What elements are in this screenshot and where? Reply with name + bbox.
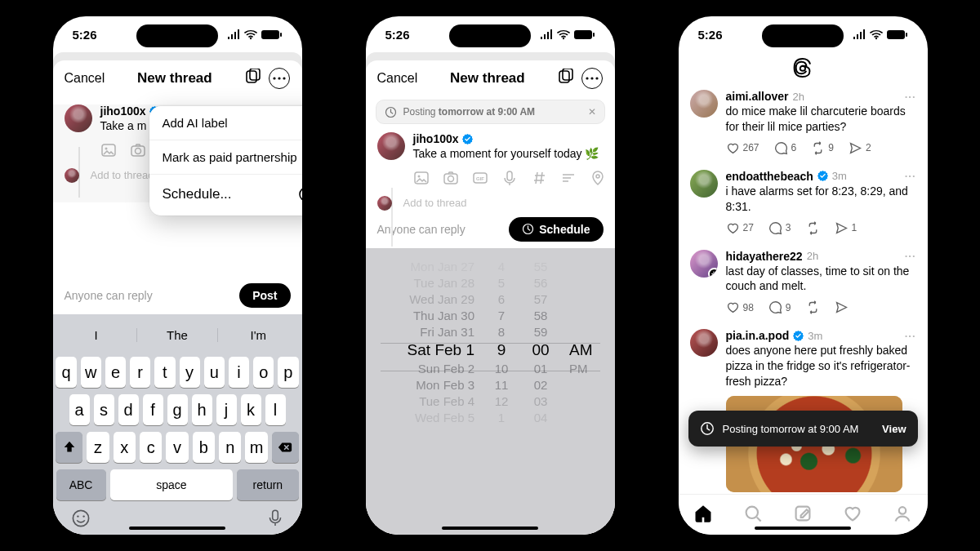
menu-schedule[interactable]: Schedule... [149,175,302,216]
menu-paid-partnership[interactable]: Mark as paid partnership [149,140,302,175]
reply-button[interactable]: 3 [768,221,791,235]
schedule-button[interactable]: Schedule [509,217,603,242]
tab-profile[interactable] [893,504,912,527]
avatar[interactable] [690,90,718,118]
location-icon[interactable] [590,170,606,186]
repost-button[interactable] [806,300,820,314]
cancel-button[interactable]: Cancel [65,71,105,86]
cancel-button[interactable]: Cancel [377,71,418,86]
datetime-picker[interactable]: Mon Jan 27455Tue Jan 28556Wed Jan 29657T… [366,248,615,535]
picker-row[interactable]: Sat Feb 1900AM [366,341,615,359]
avatar[interactable] [690,170,718,198]
key-j[interactable]: j [216,394,237,425]
repost-button[interactable] [806,221,820,235]
like-button[interactable]: 27 [726,221,754,235]
key-d[interactable]: d [118,394,139,425]
picker-row[interactable]: Fri Jan 31859 [366,325,615,339]
key-g[interactable]: g [167,394,188,425]
shift-key[interactable] [56,432,82,463]
toast-view-button[interactable]: View [882,423,906,435]
post-more-button[interactable]: ··· [905,250,916,262]
keyboard-predictions[interactable]: ITheI'm [56,319,299,350]
avatar[interactable] [690,329,718,357]
feed[interactable]: aimi.allover2h··· do mice make lil charc… [679,82,928,494]
avatar[interactable]: + [690,250,718,278]
composer-text[interactable]: Take a moment for yourself today 🌿 [413,146,606,162]
like-button[interactable]: 267 [726,141,760,155]
picker-row[interactable]: Sun Feb 21001PM [366,362,615,375]
key-a[interactable]: a [69,394,90,425]
hashtag-icon[interactable] [531,170,547,186]
key-s[interactable]: s [94,394,114,425]
reply-button[interactable]: 6 [774,141,797,155]
key-o[interactable]: o [253,357,274,388]
like-button[interactable]: 98 [726,300,754,314]
key-q[interactable]: q [56,357,76,388]
key-l[interactable]: l [265,394,286,425]
key-e[interactable]: e [105,357,126,388]
reply-scope[interactable]: Anyone can reply [65,289,153,302]
picker-row[interactable]: Mon Jan 27455 [366,260,615,273]
key-m[interactable]: m [245,432,267,463]
drafts-icon[interactable] [557,69,573,88]
post-button[interactable]: Post [239,283,290,308]
key-i[interactable]: i [229,357,249,388]
follow-plus-icon[interactable]: + [708,268,718,278]
tab-activity[interactable] [843,504,862,527]
key-z[interactable]: z [87,432,109,463]
post-username[interactable]: aimi.allover [726,90,789,103]
emoji-key-icon[interactable] [71,509,91,528]
picker-row[interactable]: Mon Feb 31102 [366,378,615,392]
post-more-button[interactable]: ··· [905,330,916,342]
key-u[interactable]: u [204,357,225,388]
camera-icon[interactable] [130,142,146,158]
tab-search[interactable] [743,504,763,527]
key-b[interactable]: b [193,432,215,463]
picker-row[interactable]: Thu Jan 30758 [366,309,615,322]
schedule-toast[interactable]: Posting tomorrow at 9:00 AM View [688,411,918,447]
mic-icon[interactable] [501,170,518,186]
abc-key[interactable]: ABC [56,469,106,500]
picker-row[interactable]: Wed Jan 29657 [366,292,615,306]
menu-add-ai-label[interactable]: Add AI label [149,106,302,140]
picker-row[interactable]: Tue Jan 28556 [366,276,615,290]
backspace-key[interactable] [272,432,299,463]
picker-row[interactable]: Wed Feb 5104 [366,411,615,424]
more-options-button[interactable] [581,68,603,89]
reply-button[interactable]: 9 [768,300,791,314]
key-h[interactable]: h [192,394,212,425]
share-button[interactable]: 2 [849,141,871,155]
key-c[interactable]: c [140,432,162,463]
post-username[interactable]: pia.in.a.pod [726,329,790,342]
return-key[interactable]: return [237,469,298,500]
repost-button[interactable]: 9 [811,141,834,155]
post-more-button[interactable]: ··· [905,91,916,103]
keyboard[interactable]: ITheI'm qwertyuiop asdfghjkl zxcvbnm ABC… [53,314,302,535]
gif-icon[interactable] [472,170,488,186]
app-logo[interactable] [679,52,928,82]
camera-icon[interactable] [443,170,459,186]
key-r[interactable]: r [130,357,150,388]
post-username[interactable]: hidayathere22 [726,250,803,263]
image-icon[interactable] [413,170,430,186]
more-options-button[interactable] [269,68,290,89]
key-w[interactable]: w [81,357,101,388]
key-n[interactable]: n [219,432,241,463]
tab-compose[interactable] [793,504,813,527]
key-f[interactable]: f [143,394,163,425]
key-p[interactable]: p [278,357,298,388]
add-to-thread[interactable]: Add to thread [366,193,615,211]
key-x[interactable]: x [114,432,136,463]
key-k[interactable]: k [241,394,261,425]
share-button[interactable]: 1 [835,221,858,235]
key-v[interactable]: v [166,432,188,463]
key-y[interactable]: y [180,357,200,388]
picker-row[interactable]: Tue Feb 41203 [366,394,615,408]
image-icon[interactable] [100,142,117,158]
key-t[interactable]: t [154,357,175,388]
dismiss-banner-button[interactable]: ✕ [588,106,596,118]
poll-icon[interactable] [560,170,577,186]
drafts-icon[interactable] [244,69,261,88]
dictation-icon[interactable] [266,509,284,527]
schedule-banner[interactable]: Posting tomorrow at 9:00 AM ✕ [376,100,605,124]
